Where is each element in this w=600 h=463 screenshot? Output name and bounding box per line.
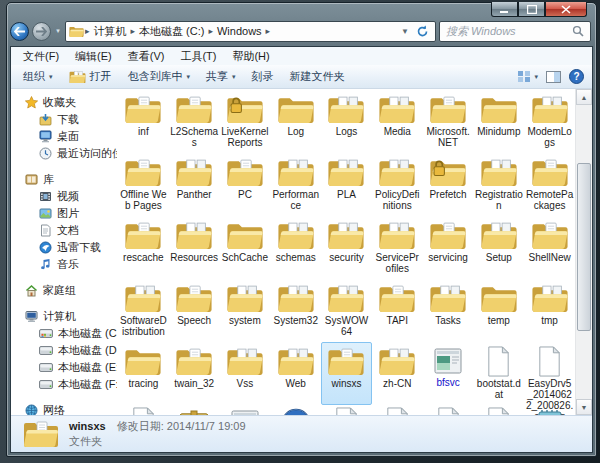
scrollbar-track[interactable] [576, 105, 592, 399]
menu-edit[interactable]: 编辑(E) [67, 48, 120, 65]
breadcrumb-item[interactable]: 本地磁盘 (C:) [136, 24, 207, 39]
file-item[interactable]: Minidump [473, 90, 524, 153]
file-item[interactable]: PC [220, 153, 271, 216]
open-button[interactable]: 打开 [61, 67, 120, 86]
minimize-button[interactable] [491, 2, 518, 17]
sidebar-section-libraries[interactable]: 库 [11, 171, 117, 188]
file-item[interactable]: ServiceProfiles [372, 216, 423, 279]
file-item[interactable]: tracing [118, 342, 169, 405]
forward-button[interactable] [32, 22, 51, 41]
file-item-partial[interactable]: ? [321, 405, 372, 415]
file-item[interactable]: Tasks [423, 279, 474, 342]
scrollbar-thumb[interactable] [577, 163, 591, 331]
file-item[interactable]: LiveKernelReports [220, 90, 271, 153]
file-item-partial[interactable] [118, 405, 169, 415]
sidebar-item-music-4[interactable]: 音乐 [11, 256, 117, 273]
file-item[interactable]: PolicyDefinitions [372, 153, 423, 216]
file-item[interactable]: ModemLogs [524, 90, 575, 153]
file-item-partial[interactable] [524, 405, 575, 415]
sidebar-item-recent-2[interactable]: 最近访问的位置 [11, 145, 117, 162]
file-item[interactable]: EasyDrv5_20140622_200826.edSlog [524, 342, 575, 405]
file-item-partial[interactable] [423, 405, 474, 415]
file-item[interactable]: Speech [169, 279, 220, 342]
file-item[interactable]: Microsoft.NET [423, 90, 474, 153]
vertical-scrollbar[interactable]: ▲ ▼ [575, 89, 592, 415]
file-item-partial[interactable] [372, 405, 423, 415]
sidebar-item-thunder-3[interactable]: 迅雷下载 [11, 239, 117, 256]
menu-view[interactable]: 查看(V) [120, 48, 173, 65]
file-item[interactable]: SchCache [220, 216, 271, 279]
file-item[interactable]: rescache [118, 216, 169, 279]
file-item[interactable]: bfsvc [423, 342, 474, 405]
address-history-dropdown[interactable]: ▼ [397, 27, 413, 36]
file-item[interactable]: TAPI [372, 279, 423, 342]
file-item[interactable]: ShellNew [524, 216, 575, 279]
sidebar-item-documents-2[interactable]: 文档 [11, 222, 117, 239]
titlebar[interactable] [10, 3, 593, 19]
sidebar-item-videos-0[interactable]: 视频 [11, 188, 117, 205]
file-item[interactable]: Log [270, 90, 321, 153]
file-item[interactable]: system [220, 279, 271, 342]
file-item[interactable]: schemas [270, 216, 321, 279]
preview-pane-button[interactable] [542, 69, 565, 85]
scroll-down-button[interactable]: ▼ [576, 399, 592, 415]
file-item[interactable]: System32 [270, 279, 321, 342]
sidebar-section-star[interactable]: 收藏夹 [11, 94, 117, 111]
file-item[interactable]: Vss [220, 342, 271, 405]
file-item[interactable]: Offline Web Pages [118, 153, 169, 216]
menu-file[interactable]: 文件(F) [15, 48, 67, 65]
file-item[interactable]: tmp [524, 279, 575, 342]
file-item[interactable]: Logs [321, 90, 372, 153]
organize-button[interactable]: 组织▾ [15, 67, 61, 86]
file-item[interactable]: Web [270, 342, 321, 405]
menu-help[interactable]: 帮助(H) [224, 48, 277, 65]
help-button[interactable]: ? [565, 67, 588, 86]
scroll-up-button[interactable]: ▲ [576, 89, 592, 105]
address-bar[interactable]: ▸计算机▸本地磁盘 (C:)▸Windows▸ ▼ [65, 21, 436, 42]
file-item[interactable]: PLA [321, 153, 372, 216]
refresh-button[interactable] [413, 25, 432, 38]
file-item[interactable]: twain_32 [169, 342, 220, 405]
sidebar-section-network[interactable]: 网络 [11, 402, 117, 415]
change-view-button[interactable]: ▾ [514, 68, 542, 85]
file-item[interactable]: Performance [270, 153, 321, 216]
sidebar-item-disk-3[interactable]: 本地磁盘 (F:) [11, 376, 117, 393]
sidebar-item-desktop-1[interactable]: 桌面 [11, 128, 117, 145]
file-item[interactable]: inf [118, 90, 169, 153]
file-item[interactable]: Setup [473, 216, 524, 279]
file-item[interactable]: Resources [169, 216, 220, 279]
sidebar-section-homegroup[interactable]: 家庭组 [11, 282, 117, 299]
sidebar-item-disk-2[interactable]: 本地磁盘 (E:) [11, 359, 117, 376]
share-button[interactable]: 共享▾ [198, 67, 244, 86]
file-item[interactable]: security [321, 216, 372, 279]
include-in-library-button[interactable]: 包含到库中▾ [120, 67, 199, 86]
menu-tools[interactable]: 工具(T) [172, 48, 224, 65]
breadcrumb-item[interactable]: Windows [214, 25, 265, 37]
file-item-partial[interactable] [473, 405, 524, 415]
file-item[interactable]: temp [473, 279, 524, 342]
file-item[interactable]: bootstat.dat [473, 342, 524, 405]
file-item-partial[interactable]: ? [270, 405, 321, 415]
file-item[interactable]: L2Schemas [169, 90, 220, 153]
file-item[interactable]: Panther [169, 153, 220, 216]
sidebar-item-pictures-1[interactable]: 图片 [11, 205, 117, 222]
file-item-partial[interactable] [169, 405, 220, 415]
sidebar-item-disk-1[interactable]: 本地磁盘 (D:) [11, 342, 117, 359]
file-item[interactable]: zh-CN [372, 342, 423, 405]
breadcrumb-item[interactable]: 计算机 [91, 24, 130, 39]
file-item[interactable]: servicing [423, 216, 474, 279]
file-item[interactable]: RemotePackages [524, 153, 575, 216]
file-item[interactable]: SysWOW64 [321, 279, 372, 342]
burn-button[interactable]: 刻录 [244, 67, 282, 86]
file-item[interactable]: Prefetch [423, 153, 474, 216]
recent-pages-dropdown[interactable]: ▾ [54, 27, 62, 35]
close-button[interactable] [545, 2, 587, 17]
sidebar-section-computer[interactable]: 计算机 [11, 308, 117, 325]
search-box[interactable]: 搜索 Windows [439, 21, 591, 42]
sidebar-item-downloads-0[interactable]: 下载 [11, 111, 117, 128]
file-item[interactable]: Media [372, 90, 423, 153]
new-folder-button[interactable]: 新建文件夹 [282, 67, 353, 86]
back-button[interactable] [10, 22, 29, 41]
maximize-button[interactable] [518, 2, 545, 17]
file-item[interactable]: SoftwareDistribution [118, 279, 169, 342]
